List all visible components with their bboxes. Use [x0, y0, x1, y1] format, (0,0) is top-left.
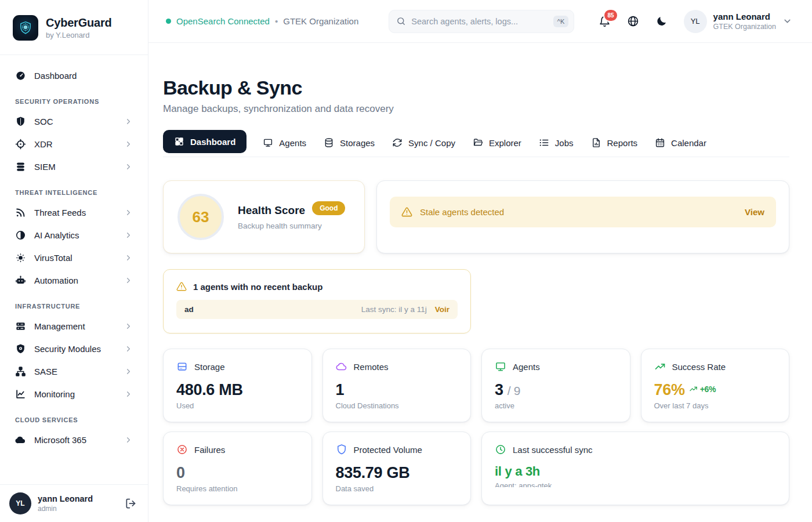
stat-delta: +6% — [689, 385, 716, 394]
health-status-badge: Good — [312, 201, 345, 215]
logout-icon[interactable] — [125, 498, 136, 509]
stat-value: 480.6 MB — [176, 381, 299, 399]
tab-storages[interactable]: Storages — [322, 132, 376, 154]
sidebar: CyberGuard by Y.Leonard Dashboard SECURI… — [0, 0, 148, 522]
organization-label: GTEK Organization — [283, 16, 358, 26]
sidebar-item-microsoft-365[interactable]: Microsoft 365 — [9, 429, 139, 451]
user-menu-info: yann Leonard GTEK Organization — [713, 12, 776, 31]
agent-view-link[interactable]: Voir — [435, 305, 449, 314]
stale-alert-view-link[interactable]: View — [745, 207, 764, 217]
failures-stat-card: Failures 0 Requires attention — [163, 432, 312, 505]
sidebar-user-panel[interactable]: YL yann Leonard admin — [0, 484, 148, 522]
tab-label: Sync / Copy — [408, 138, 455, 148]
tab-label: Storages — [340, 138, 375, 148]
sidebar-item-soc[interactable]: SOC — [9, 110, 139, 133]
health-score-text: Health Score Good Backup health summary — [238, 204, 345, 230]
sidebar-item-automation[interactable]: Automation — [9, 269, 139, 292]
brand-block: CyberGuard by Y.Leonard — [0, 0, 148, 55]
folder-open-icon — [473, 137, 483, 148]
chevron-right-icon — [124, 117, 133, 126]
sidebar-section-security-operations: SECURITY OPERATIONS — [9, 87, 139, 110]
sidebar-item-label: SASE — [34, 367, 57, 376]
tab-dashboard[interactable]: Dashboard — [163, 130, 246, 153]
sidebar-section-infrastructure: INFRASTRUCTURE — [9, 292, 139, 315]
stale-agents-alert: Stale agents detected View — [390, 197, 776, 227]
user-menu[interactable]: YL yann Leonard GTEK Organization — [684, 10, 792, 33]
sidebar-item-security-modules[interactable]: Security Modules — [9, 338, 139, 360]
gauge-icon — [15, 70, 26, 81]
search-input[interactable] — [411, 17, 548, 26]
sidebar-item-label: Security Modules — [34, 344, 101, 354]
page-title: Backup & Sync — [163, 77, 789, 99]
sidebar-item-monitoring[interactable]: Monitoring — [9, 383, 139, 405]
storage-stat-card: Storage 480.6 MB Used — [163, 349, 312, 422]
sidebar-item-label: Monitoring — [34, 389, 75, 399]
notification-count-badge: 85 — [603, 9, 618, 22]
calendar-icon — [655, 137, 665, 148]
grid-icon — [174, 136, 184, 147]
database-icon — [15, 161, 26, 172]
stats-row-1: Storage 480.6 MB Used Remotes 1 Cloud De… — [163, 349, 789, 422]
cloud-icon — [15, 434, 26, 445]
chevron-right-icon — [124, 367, 133, 376]
connection-status: OpenSearch Connected • GTEK Organization — [166, 16, 358, 26]
sidebar-item-xdr[interactable]: XDR — [9, 133, 139, 155]
stat-label: Remotes — [354, 362, 389, 372]
file-chart-icon — [591, 137, 601, 148]
connection-label: OpenSearch Connected — [176, 16, 270, 26]
sidebar-item-management[interactable]: Management — [9, 315, 139, 338]
page-subtitle: Manage backups, synchronization and data… — [163, 103, 789, 115]
shield-icon — [336, 444, 347, 455]
tab-agents[interactable]: Agents — [262, 132, 307, 154]
tab-explorer[interactable]: Explorer — [472, 132, 523, 154]
ai-split-circle-icon — [15, 230, 26, 241]
notifications-button[interactable]: 85 — [599, 15, 611, 27]
warning-triangle-icon — [401, 206, 412, 217]
brand-logo — [13, 15, 38, 41]
stat-label: Protected Volume — [354, 445, 422, 455]
crosshair-icon — [15, 139, 26, 150]
hard-drive-icon — [176, 361, 188, 372]
brand-name: CyberGuard — [46, 16, 112, 30]
chevron-right-icon — [124, 253, 133, 262]
stat-total: / 9 — [507, 384, 520, 398]
sidebar-item-siem[interactable]: SIEM — [9, 155, 139, 178]
warning-row: 1 agents with no recent backup ad Last s… — [163, 269, 789, 334]
tab-label: Dashboard — [190, 137, 235, 147]
sidebar-item-label: XDR — [34, 139, 53, 149]
tab-label: Jobs — [555, 138, 574, 148]
avatar: YL — [9, 492, 31, 514]
tab-sync-copy[interactable]: Sync / Copy — [391, 132, 456, 154]
dark-mode-moon-icon[interactable] — [655, 15, 668, 27]
app-root: CyberGuard by Y.Leonard Dashboard SECURI… — [0, 0, 812, 522]
stat-label: Failures — [194, 445, 225, 455]
search-bar[interactable]: ^K — [389, 10, 574, 33]
sidebar-item-virustotal[interactable]: VirusTotal — [9, 246, 139, 269]
stats-row-2: Failures 0 Requires attention Protected … — [163, 432, 789, 505]
sidebar-user-name: yann Leonard — [38, 494, 93, 503]
server-icon — [15, 321, 26, 332]
chevron-down-icon — [782, 16, 792, 26]
agent-name: ad — [184, 305, 194, 314]
sidebar-item-ai-analytics[interactable]: AI Analytics — [9, 224, 139, 246]
last-sync-card: Last successful sync il y a 3h Agent: ap… — [481, 432, 789, 505]
status-dot — [166, 19, 171, 24]
sidebar-item-label: AI Analytics — [34, 230, 79, 240]
sidebar-item-label: Microsoft 365 — [34, 435, 86, 445]
sidebar-item-sase[interactable]: SASE — [9, 360, 139, 383]
sidebar-item-label: Automation — [34, 276, 78, 285]
sidebar-item-dashboard[interactable]: Dashboard — [9, 64, 139, 87]
stat-label: Agents — [513, 362, 540, 372]
sidebar-item-threat-feeds[interactable]: Threat Feeds — [9, 201, 139, 224]
health-score-value: 63 — [177, 194, 224, 240]
stat-label: Success Rate — [672, 362, 726, 372]
stat-sub: Used — [176, 401, 299, 410]
health-score-card: 63 Health Score Good Backup health summa… — [163, 180, 365, 253]
monitor-icon — [495, 361, 506, 372]
stat-label: Last successful sync — [513, 445, 593, 455]
globe-icon[interactable] — [627, 15, 639, 27]
stat-value: 835.79 GB — [336, 464, 458, 482]
tab-jobs[interactable]: Jobs — [538, 132, 575, 154]
tab-calendar[interactable]: Calendar — [654, 132, 708, 154]
tab-reports[interactable]: Reports — [590, 132, 639, 154]
